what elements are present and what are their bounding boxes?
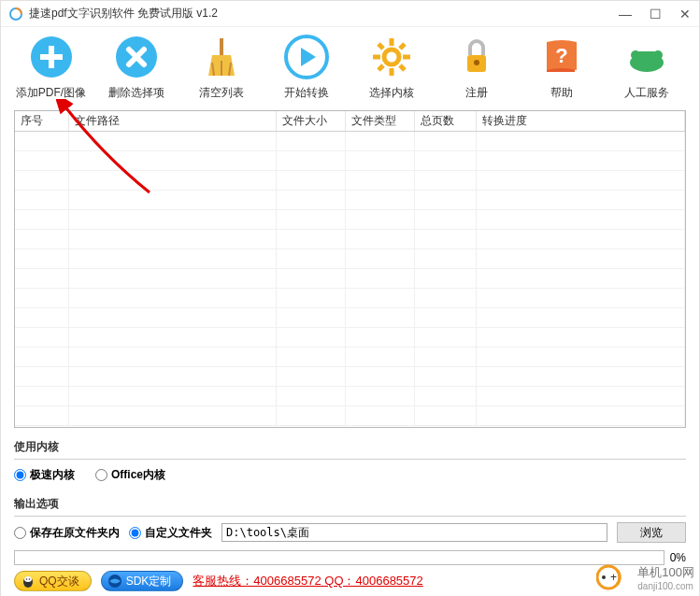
col-pages: 总页数: [415, 111, 477, 131]
service-button[interactable]: 人工服务: [604, 35, 689, 101]
col-idx: 序号: [15, 111, 69, 131]
watermark: + 单机100网 danji100.com: [596, 562, 694, 592]
window-title: 捷速pdf文字识别软件 免费试用版 v1.2: [29, 6, 619, 21]
register-button[interactable]: 注册: [434, 35, 519, 101]
browse-button[interactable]: 浏览: [617, 522, 686, 543]
svg-point-18: [29, 578, 31, 580]
output-path-input[interactable]: [221, 523, 607, 542]
svg-text:?: ?: [555, 44, 567, 67]
svg-point-14: [653, 50, 663, 60]
svg-rect-3: [40, 54, 63, 60]
output-section-label: 输出选项: [14, 496, 686, 512]
kernel-button[interactable]: 选择内核: [349, 35, 434, 101]
hotline-link[interactable]: 客服热线：4006685572 QQ：4006685572: [193, 573, 422, 589]
qq-chat-button[interactable]: QQ交谈: [14, 571, 92, 591]
app-icon: [8, 7, 23, 21]
add-pdf-button[interactable]: 添加PDF/图像: [8, 35, 93, 101]
radio-office-kernel[interactable]: Office内核: [95, 467, 165, 483]
col-progress: 转换进度: [477, 111, 685, 131]
radio-keep-folder[interactable]: 保存在原文件夹内: [14, 525, 120, 541]
svg-point-9: [474, 60, 479, 65]
svg-point-16: [24, 576, 32, 582]
svg-point-7: [384, 50, 399, 64]
svg-point-17: [26, 578, 28, 580]
sdk-button[interactable]: SDK定制: [101, 571, 184, 591]
col-type: 文件类型: [346, 111, 415, 131]
svg-point-21: [602, 575, 606, 579]
progress-bar: [14, 550, 664, 565]
kernel-section-label: 使用内核: [14, 439, 686, 455]
close-button[interactable]: ✕: [679, 7, 692, 21]
radio-fast-kernel[interactable]: 极速内核: [14, 467, 75, 483]
delete-button[interactable]: 删除选择项: [93, 35, 179, 101]
file-table[interactable]: 序号 文件路径 文件大小 文件类型 总页数 转换进度: [14, 110, 686, 428]
col-size: 文件大小: [277, 111, 346, 131]
clear-button[interactable]: 清空列表: [179, 35, 264, 101]
maximize-button[interactable]: ☐: [649, 7, 662, 21]
svg-point-13: [631, 50, 640, 60]
minimize-button[interactable]: ―: [619, 7, 632, 21]
start-button[interactable]: 开始转换: [264, 35, 349, 101]
help-button[interactable]: ? 帮助: [519, 35, 604, 101]
svg-rect-5: [220, 38, 223, 55]
svg-text:+: +: [610, 571, 617, 584]
col-path: 文件路径: [69, 111, 277, 131]
radio-custom-folder[interactable]: 自定义文件夹: [129, 525, 212, 541]
